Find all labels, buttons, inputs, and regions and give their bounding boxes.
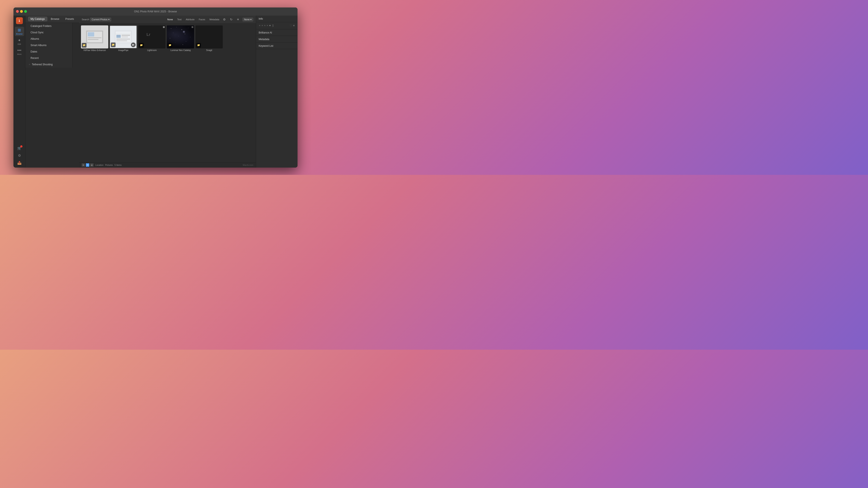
svg-point-16: [182, 29, 182, 30]
tab-browse[interactable]: Browse: [48, 17, 62, 21]
svg-point-14: [171, 28, 171, 29]
grid-view-icon[interactable]: ⊞: [82, 163, 85, 167]
sidebar-item-tethered-shooting[interactable]: ○ Tethered Shooting: [25, 61, 72, 68]
view-icons: ⊞ ☰ ▤: [82, 163, 94, 167]
traffic-lights: [16, 10, 27, 13]
watermark: Macrb.com: [243, 164, 253, 166]
filter-faces[interactable]: Faces: [198, 18, 206, 21]
filter-attribute[interactable]: Attribute: [185, 18, 195, 21]
search-area: Search Current Photos ▾: [82, 18, 111, 22]
minimize-button[interactable]: [20, 10, 23, 13]
svg-rect-3: [88, 37, 101, 38]
list-view-icon[interactable]: ☰: [86, 163, 89, 167]
window-title: ON1 Photo RAW MAX 2025 - Browse: [134, 10, 177, 13]
star-2: ★: [261, 24, 264, 27]
left-section: My Catalogs Browse Presets Cataloged Fol…: [25, 15, 79, 168]
list-item[interactable]: 📁 ▶ ImagePipe: [110, 25, 137, 52]
sort-dropdown[interactable]: None ▾: [242, 18, 253, 22]
list-item[interactable]: 📁 HitPaw Video Enhancer: [81, 25, 108, 52]
edit-label: Edit: [18, 43, 21, 45]
nav-icon-edit[interactable]: ✦ Edit: [15, 37, 24, 46]
svg-rect-10: [122, 36, 128, 37]
folder-icon: 📁: [82, 43, 87, 47]
sidebar-item-smart-albums[interactable]: Smart Albums: [25, 42, 72, 48]
nav-icon-browse[interactable]: ⊞ Browse: [15, 27, 24, 36]
brilliance-ai-label: Brilliance AI: [259, 31, 272, 34]
info-header: Info: [256, 15, 298, 22]
svg-point-19: [185, 34, 185, 34]
statusbar: ⊞ ☰ ▤ Location Pictures 5 Items Macrb.co…: [79, 162, 256, 168]
lightroom-preview: Lr: [146, 32, 158, 42]
photo-thumbnail: Lr 📁: [138, 25, 165, 48]
tethered-icon: ○: [29, 63, 30, 66]
info-title: Info: [259, 17, 263, 20]
main-window: ON1 Photo RAW MAX 2025 - Browse 1 ⊞ Brow…: [13, 7, 298, 168]
tab-presets[interactable]: Presets: [63, 17, 77, 21]
list-item[interactable]: 📁 Snagit: [195, 25, 223, 52]
svg-point-23: [186, 41, 186, 42]
app-logo: 1: [16, 17, 23, 24]
close-button[interactable]: [16, 10, 19, 13]
filter-metadata[interactable]: Metadata: [209, 18, 220, 21]
more-icon: •••: [17, 48, 21, 53]
filter-icon[interactable]: ⚙: [222, 17, 227, 22]
folder-icon: 📁: [168, 43, 173, 47]
photo-thumbnail: 📁: [167, 25, 194, 48]
close-icon[interactable]: ✕: [293, 24, 295, 27]
filter-text[interactable]: Text: [177, 18, 182, 21]
star-rating: ★ ★ ★ ★ ★ ♡ ✕: [256, 22, 298, 29]
center-panel: Search Current Photos ▾ None Text Attrib…: [79, 15, 256, 168]
detail-view-icon[interactable]: ▤: [90, 163, 94, 167]
export-icon[interactable]: 📤: [17, 160, 23, 166]
photo-name: HitPaw Video Enhancer: [81, 49, 108, 52]
svg-text:Lr: Lr: [147, 32, 150, 37]
sync-icon[interactable]: ↻: [229, 17, 234, 22]
photo-thumbnail: 📁 ▶: [110, 25, 137, 48]
svg-rect-12: [116, 40, 127, 41]
settings-icon[interactable]: ⚙: [17, 153, 23, 159]
list-item[interactable]: 📁 Luminar Neo Catalog: [166, 25, 194, 52]
nav-bar: My Catalogs Browse Presets: [25, 15, 79, 23]
search-dropdown[interactable]: Current Photos ▾: [90, 18, 111, 22]
brightness-icon[interactable]: ☀: [236, 17, 241, 22]
main-content: 1 ⊞ Browse ✦ Edit ••• More 🛒 ⚙ 📤: [13, 15, 298, 168]
filter-none[interactable]: None: [166, 18, 174, 21]
svg-point-27: [183, 31, 184, 32]
sidebar-item-recent[interactable]: Recent: [25, 55, 72, 61]
folder-icon: 📁: [196, 43, 201, 47]
photo-thumbnail: 📁: [81, 25, 108, 48]
icon-sidebar: 1 ⊞ Browse ✦ Edit ••• More 🛒 ⚙ 📤: [13, 15, 25, 168]
sidebar-bottom-icons: 🛒 ⚙ 📤: [17, 145, 23, 168]
imagepipe-preview: [115, 31, 132, 43]
sidebar-item-cataloged-folders[interactable]: Cataloged Folders: [25, 23, 72, 29]
svg-rect-4: [88, 39, 98, 40]
star-5: ★: [269, 24, 271, 27]
browse-icon: ⊞: [18, 28, 21, 32]
sidebar-item-dates[interactable]: Dates: [25, 48, 72, 55]
fullscreen-button[interactable]: [24, 10, 27, 13]
photo-thumbnail: 📁: [195, 25, 223, 48]
sidebar-item-cloud-sync[interactable]: Cloud Sync: [25, 29, 72, 36]
tab-my-catalogs[interactable]: My Catalogs: [28, 17, 48, 21]
filter-group: None Text Attribute Faces Metadata: [166, 18, 220, 21]
folder-icon: 📁: [139, 43, 144, 47]
photo-name: ImagePipe: [110, 49, 137, 52]
info-panel: Info ★ ★ ★ ★ ★ ♡ ✕ Brilliance AI Metadat…: [256, 15, 298, 168]
nav-icon-more[interactable]: ••• More: [15, 47, 24, 57]
svg-point-18: [173, 33, 174, 33]
info-section-metadata[interactable]: Metadata: [256, 36, 298, 42]
sidebar-item-albums[interactable]: Albums: [25, 36, 72, 42]
flag-icon[interactable]: ♡: [290, 24, 292, 27]
keyword-list-label: Keyword List: [259, 44, 273, 47]
list-item[interactable]: Lr 📁 Lightroom: [138, 25, 166, 52]
photo-name: Luminar Neo Catalog: [167, 49, 194, 52]
svg-rect-8: [116, 35, 121, 38]
svg-point-21: [170, 38, 170, 38]
info-section-keyword-list[interactable]: Keyword List: [256, 42, 298, 49]
cart-icon[interactable]: 🛒: [17, 145, 23, 151]
titlebar: ON1 Photo RAW MAX 2025 - Browse: [13, 7, 298, 15]
info-section-brilliance-ai[interactable]: Brilliance AI: [256, 29, 298, 36]
toolbar-icons: ⚙ ↻ ☀ None ▾: [222, 17, 253, 22]
label-bar: [163, 26, 165, 28]
star-3: ★: [264, 24, 266, 27]
